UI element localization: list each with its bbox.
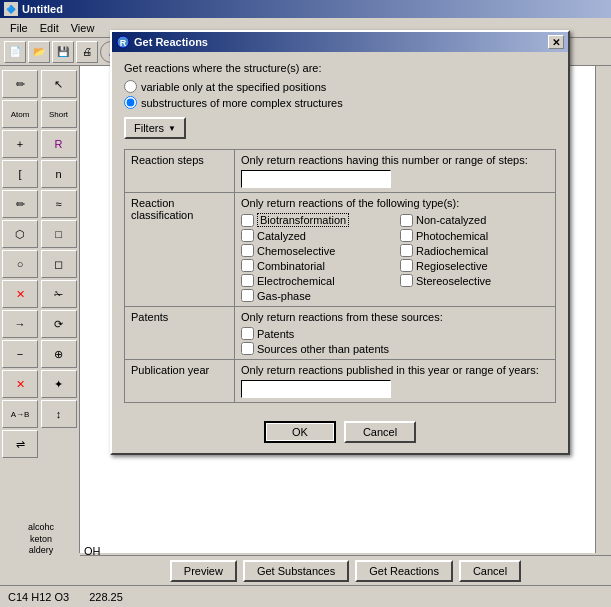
svg-text:R: R [120, 38, 127, 48]
checkbox-patents[interactable] [241, 327, 254, 340]
radio-variable-label: variable only at the specified positions [141, 81, 326, 93]
get-reactions-button[interactable]: Get Reactions [355, 560, 453, 582]
checkbox-radiochemical-label: Radiochemical [416, 245, 488, 257]
action-bar: Preview Get Substances Get Reactions Can… [80, 555, 611, 585]
tool-equilibrium[interactable]: ⇌ [2, 430, 38, 458]
checkbox-regioselective-row: Regioselective [400, 259, 549, 272]
checkbox-regioselective-label: Regioselective [416, 260, 488, 272]
tool-bracket[interactable]: [ [2, 160, 38, 188]
checkbox-noncatalyzed[interactable] [400, 214, 413, 227]
tool-wave[interactable]: ≈ [41, 190, 77, 218]
title-bar: 🔷 Untitled [0, 0, 611, 18]
patents-row: Patents Only return reactions from these… [125, 307, 556, 360]
print-btn[interactable]: 🖨 [76, 41, 98, 63]
checkbox-combinatorial-row: Combinatorial [241, 259, 390, 272]
checkbox-combinatorial[interactable] [241, 259, 254, 272]
checkbox-gasphase-label: Gas-phase [257, 290, 311, 302]
save-btn[interactable]: 💾 [52, 41, 74, 63]
tool-arrow[interactable]: ↖ [41, 70, 77, 98]
open-btn[interactable]: 📂 [28, 41, 50, 63]
checkbox-stereoselective[interactable] [400, 274, 413, 287]
tool-updown[interactable]: ↕ [41, 400, 77, 428]
patents-desc: Only return reactions from these sources… [241, 311, 549, 323]
patents-label: Patents [125, 307, 235, 360]
main-cancel-button[interactable]: Cancel [459, 560, 521, 582]
reaction-steps-label: Reaction steps [125, 150, 235, 193]
tool-circle-plus[interactable]: ⊕ [41, 340, 77, 368]
checkbox-electrochemical[interactable] [241, 274, 254, 287]
dialog-content: Get reactions where the structure(s) are… [112, 52, 568, 453]
checkbox-electrochemical-label: Electrochemical [257, 275, 335, 287]
tool-draw[interactable]: ✏ [2, 190, 38, 218]
checkbox-chemoselective[interactable] [241, 244, 254, 257]
radio-substructure-row: substructures of more complex structures [124, 96, 556, 109]
radio-substructure[interactable] [124, 96, 137, 109]
dialog-buttons: OK Cancel [124, 413, 556, 443]
tool-short[interactable]: Short [41, 100, 77, 128]
tool-hex[interactable]: ⬡ [2, 220, 38, 248]
tool-r[interactable]: R [41, 130, 77, 158]
menu-file[interactable]: File [4, 20, 34, 36]
filters-button[interactable]: Filters ▼ [124, 117, 186, 139]
checkbox-biotransformation-label: Biotransformation [257, 213, 349, 227]
reaction-steps-input[interactable] [241, 170, 391, 188]
checkbox-noncatalyzed-label: Non-catalyzed [416, 214, 486, 226]
checkbox-radiochemical[interactable] [400, 244, 413, 257]
tool-plus[interactable]: + [2, 130, 38, 158]
dialog-cancel-button[interactable]: Cancel [344, 421, 416, 443]
formula-label: C14 H12 O3 [8, 591, 69, 603]
checkbox-biotransformation[interactable] [241, 214, 254, 227]
publication-year-input[interactable] [241, 380, 391, 398]
checkbox-noncatalyzed-row: Non-catalyzed [400, 213, 549, 227]
dialog-title: Get Reactions [134, 36, 208, 48]
ok-button[interactable]: OK [264, 421, 336, 443]
reaction-classification-content: Only return reactions of the following t… [235, 193, 556, 307]
structure-radio-group: variable only at the specified positions… [124, 80, 556, 109]
reaction-classification-label: Reaction classification [125, 193, 235, 307]
checkbox-gasphase[interactable] [241, 289, 254, 302]
checkbox-photochemical-row: Photochemical [400, 229, 549, 242]
patents-content: Only return reactions from these sources… [235, 307, 556, 360]
tool-atom[interactable]: Atom [2, 100, 38, 128]
tool-minus[interactable]: − [2, 340, 38, 368]
radio-variable[interactable] [124, 80, 137, 93]
checkbox-regioselective[interactable] [400, 259, 413, 272]
dialog-close-button[interactable]: ✕ [548, 35, 564, 49]
tool-rotate[interactable]: ⟳ [41, 310, 77, 338]
checkbox-other-sources[interactable] [241, 342, 254, 355]
tool-ab[interactable]: A→B [2, 400, 38, 428]
tool-star[interactable]: ✦ [41, 370, 77, 398]
new-btn[interactable]: 📄 [4, 41, 26, 63]
checkbox-patents-label: Patents [257, 328, 294, 340]
checkbox-gasphase-row: Gas-phase [241, 289, 390, 302]
tool-circle[interactable]: ○ [2, 250, 38, 278]
publication-year-content: Only return reactions published in this … [235, 360, 556, 403]
menu-view[interactable]: View [65, 20, 101, 36]
preview-button[interactable]: Preview [170, 560, 237, 582]
tool-x-red[interactable]: ✕ [2, 370, 38, 398]
tool-scissors[interactable]: ✁ [41, 280, 77, 308]
canvas-scrollbar[interactable] [595, 66, 611, 553]
get-substances-button[interactable]: Get Substances [243, 560, 349, 582]
left-toolbar: ✏ ↖ Atom Short + R [ n ✏ ≈ ⬡ □ ○ ◻ ✕ ✁ →… [0, 66, 80, 553]
tool-pencil[interactable]: ✏ [2, 70, 38, 98]
checkbox-stereoselective-label: Stereoselective [416, 275, 491, 287]
checkbox-photochemical[interactable] [400, 229, 413, 242]
publication-year-label: Publication year [125, 360, 235, 403]
publication-year-desc: Only return reactions published in this … [241, 364, 549, 376]
checkbox-electrochemical-row: Electrochemical [241, 274, 390, 287]
checkbox-radiochemical-row: Radiochemical [400, 244, 549, 257]
tool-arrow-right[interactable]: → [2, 310, 38, 338]
menu-edit[interactable]: Edit [34, 20, 65, 36]
checkbox-catalyzed[interactable] [241, 229, 254, 242]
tool-square[interactable]: □ [41, 220, 77, 248]
reaction-classification-desc: Only return reactions of the following t… [241, 197, 549, 209]
tool-rect[interactable]: ◻ [41, 250, 77, 278]
app-window: 🔷 Untitled File Edit View 📄 📂 💾 🖨 i ✏ ↖ … [0, 0, 611, 607]
dialog-icon: R [116, 35, 130, 49]
bottom-left-label: alcohcketonaldery [2, 522, 80, 557]
tool-n[interactable]: n [41, 160, 77, 188]
checkbox-photochemical-label: Photochemical [416, 230, 488, 242]
dialog-section-title: Get reactions where the structure(s) are… [124, 62, 556, 74]
tool-cross[interactable]: ✕ [2, 280, 38, 308]
